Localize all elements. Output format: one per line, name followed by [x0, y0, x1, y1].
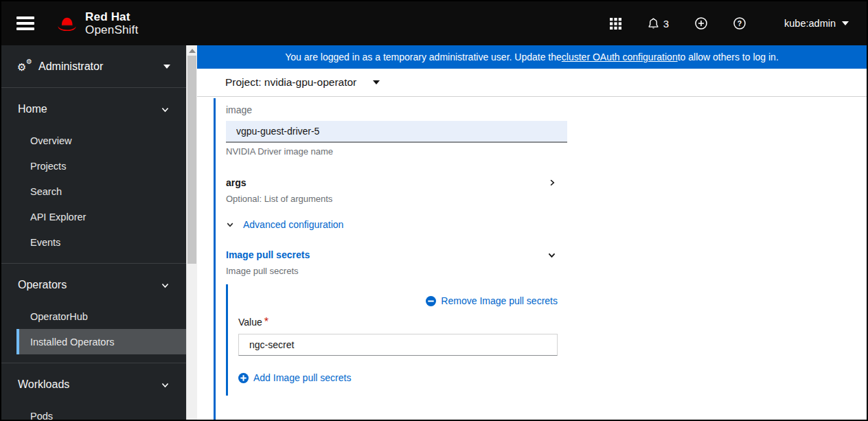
remove-image-pull-secrets-button[interactable]: Remove Image pull secrets: [426, 295, 558, 306]
help-button[interactable]: ?: [733, 17, 746, 30]
args-field-label: args: [226, 177, 247, 188]
plus-circle-icon: [238, 373, 249, 383]
add-image-pull-secrets-button[interactable]: Add Image pull secrets: [238, 372, 351, 383]
sidebar-section-workloads[interactable]: Workloads: [1, 369, 186, 400]
sidebar-nav: ⚙⚙ Administrator Home Overview Projects …: [1, 45, 186, 420]
section-label: Operators: [18, 279, 67, 291]
args-helper-text: Optional: List of arguments: [226, 194, 867, 204]
sidebar-item-api-explorer[interactable]: API Explorer: [16, 204, 186, 229]
sidebar-item-projects[interactable]: Projects: [16, 153, 186, 179]
sidebar-section-operators[interactable]: Operators: [1, 269, 186, 301]
sidebar-scrollbar[interactable]: [186, 45, 197, 420]
form-group: image NVIDIA Driver image name args Opti…: [214, 98, 867, 420]
masthead: Red Hat OpenShift 3: [1, 1, 867, 45]
image-pull-secrets-fieldset: Remove Image pull secrets Value*: [226, 284, 867, 396]
sidebar-item-events[interactable]: Events: [16, 229, 186, 255]
required-marker: *: [264, 316, 269, 328]
image-pull-secrets-helper: Image pull secrets: [226, 266, 867, 276]
red-hat-fedora-icon: [55, 12, 79, 36]
sidebar-item-operatorhub[interactable]: OperatorHub: [16, 304, 186, 329]
chevron-down-icon: [226, 220, 234, 229]
username: kube:admin: [784, 18, 836, 29]
perspective-switcher[interactable]: ⚙⚙ Administrator: [1, 45, 186, 88]
svg-text:?: ?: [738, 19, 742, 27]
section-label: Workloads: [18, 378, 69, 391]
value-field-label: Value: [238, 317, 262, 328]
chevron-down-icon: [842, 21, 849, 25]
app-launcher-icon[interactable]: [610, 18, 621, 30]
chevron-down-icon: [373, 80, 380, 84]
brand-logo: Red Hat OpenShift: [55, 10, 138, 36]
sidebar-item-installed-operators[interactable]: Installed Operators: [16, 329, 186, 354]
chevron-down-icon[interactable]: [547, 251, 556, 260]
chevron-down-icon: [163, 65, 170, 69]
project-label: Project: nvidia-gpu-operator: [225, 76, 356, 89]
section-label: Home: [18, 103, 47, 115]
sidebar-item-search[interactable]: Search: [16, 179, 186, 204]
image-field-label: image: [226, 104, 867, 115]
sidebar-section-home[interactable]: Home: [1, 93, 186, 125]
banner-text: to allow others to log in.: [678, 52, 779, 62]
chevron-down-icon: [161, 380, 170, 389]
brand-line2: OpenShift: [85, 23, 138, 36]
advanced-configuration-label: Advanced configuration: [243, 219, 343, 230]
chevron-right-icon[interactable]: [548, 179, 556, 187]
scrollbar-up-arrow-icon[interactable]: [189, 49, 196, 53]
login-alert-banner: You are logged in as a temporary adminis…: [197, 45, 867, 69]
image-pull-secrets-title[interactable]: Image pull secrets: [226, 249, 310, 260]
scrollbar-thumb[interactable]: [187, 56, 196, 264]
menu-toggle-icon[interactable]: [16, 16, 34, 30]
banner-text: You are logged in as a temporary adminis…: [285, 52, 562, 62]
advanced-configuration-toggle[interactable]: Advanced configuration: [226, 219, 343, 230]
image-helper-text: NVIDIA Driver image name: [226, 146, 867, 157]
pull-secret-value-input[interactable]: [238, 334, 558, 356]
perspective-label: Administrator: [38, 60, 103, 73]
notification-count: 3: [663, 18, 669, 30]
question-circle-icon: ?: [733, 17, 746, 30]
minus-circle-icon: [426, 296, 436, 306]
cogs-icon: ⚙⚙: [17, 60, 31, 73]
user-menu[interactable]: kube:admin: [784, 18, 849, 29]
plus-circle-icon: [695, 17, 707, 30]
image-input[interactable]: [226, 121, 567, 143]
bell-icon: [648, 18, 659, 30]
project-selector[interactable]: Project: nvidia-gpu-operator: [197, 69, 867, 97]
sidebar-item-pods[interactable]: Pods: [16, 403, 186, 421]
openshift-console-window: Red Hat OpenShift 3: [0, 0, 868, 421]
add-button[interactable]: [695, 17, 707, 30]
sidebar-item-overview[interactable]: Overview: [16, 128, 186, 153]
cluster-oauth-configuration-link[interactable]: cluster OAuth configuration: [562, 52, 678, 62]
chevron-down-icon: [161, 281, 170, 290]
form-content: image NVIDIA Driver image name args Opti…: [197, 97, 867, 420]
brand-line1: Red Hat: [85, 10, 138, 23]
chevron-down-icon: [161, 105, 170, 114]
notifications-button[interactable]: 3: [648, 18, 669, 30]
